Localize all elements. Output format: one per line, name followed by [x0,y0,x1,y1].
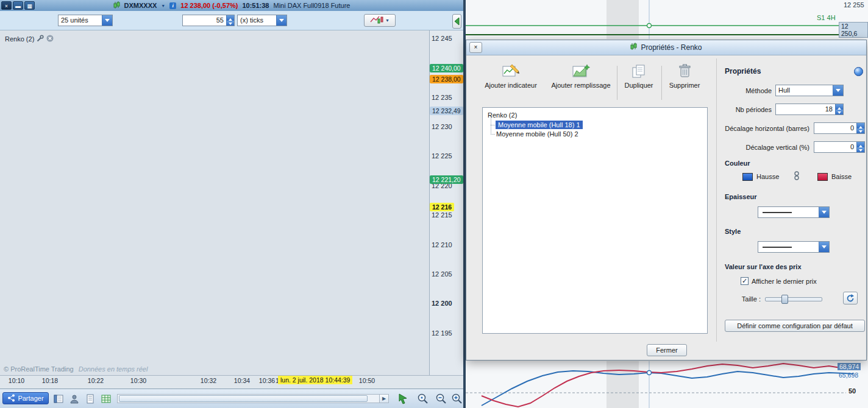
spin-down-icon[interactable] [226,21,234,26]
add-indicator-button[interactable]: Ajouter indicateur [482,63,540,100]
chevron-down-icon[interactable] [819,207,829,217]
symbol-dropdown-icon[interactable]: ▼ [161,4,165,8]
reset-size-button[interactable] [843,292,858,304]
taille-label: Taille : [742,295,761,303]
scrollbar-thumb[interactable] [119,395,368,402]
oscillator-level-label: 50 [848,387,856,395]
offset-v-stepper[interactable]: 0 [814,141,865,153]
orderbook-icon[interactable] [52,393,65,405]
help-icon[interactable] [854,67,863,76]
taille-slider[interactable] [765,297,822,301]
time-axis-label: 10:32 [195,377,222,384]
fermer-button[interactable]: Fermer [647,344,687,356]
spin-down-icon[interactable] [856,128,864,134]
chevron-down-icon[interactable] [833,85,843,96]
dialog-title: Propriétés - Renko [641,43,702,52]
price-axis[interactable] [429,30,463,375]
units-select[interactable]: 25 unités [58,15,113,26]
hausse-color-swatch[interactable] [742,173,753,181]
offset-h-stepper[interactable]: 0 [814,122,865,134]
watermark: © ProRealTime TradingDonnées en temps ré… [4,365,148,373]
chevron-down-icon[interactable] [276,15,286,26]
chart-toolbar: 25 unités 55 (x) ticks ▼ [0,11,463,30]
time-axis-labels: 10:1010:1810:2210:3010:3210:3410:36110:5… [1,377,429,387]
close-icon[interactable] [46,35,54,43]
chevron-down-icon[interactable] [819,242,829,252]
toolbar-separator [661,66,662,100]
data-table-icon[interactable] [100,393,112,405]
top-right-chart-area [465,0,868,39]
spin-down-icon[interactable] [835,110,843,115]
line-style-sample [763,247,792,248]
methode-select[interactable]: Hull [775,85,844,96]
spin-up-icon[interactable] [856,142,864,147]
bar-unit-select[interactable]: (x) ticks [237,15,287,26]
spin-down-icon[interactable] [856,147,864,153]
dialog-close-icon[interactable]: × [469,42,482,53]
duplicate-button[interactable]: Dupliquer [620,63,658,100]
duplicate-icon [631,63,647,79]
instrument-name: Mini DAX Full0918 Future [274,2,350,9]
tree-item-hull18[interactable]: Moyenne mobile (Hull 18) 1 [496,121,583,129]
add-fill-button[interactable]: Ajouter remplissage [549,63,613,100]
style-label: Style [725,228,741,235]
link-colors-icon[interactable] [793,171,800,184]
style-select[interactable] [758,241,830,253]
chart-type-button[interactable]: ▼ [364,14,396,27]
chart-window: × ▬ ▦ DXMXXXX ▼ i 12 238,00 (-0,57%) 10:… [0,0,463,408]
offset-h-value: 0 [850,124,854,132]
oscillator-value-label: 65,698 [839,371,858,379]
add-indicator-icon [502,63,520,79]
couleur-label: Couleur [725,160,750,167]
time-axis-label: 10:34 [229,377,255,384]
undo-icon [845,294,855,303]
trader-icon[interactable] [68,393,80,405]
wrench-icon[interactable] [37,35,44,43]
toolbar-separator [617,66,617,100]
indicator-chip-label: Renko (2) [5,35,34,43]
periods-stepper[interactable]: 18 [775,104,844,115]
epaisseur-select[interactable] [758,206,830,218]
zoom-out-icon[interactable] [435,393,447,405]
delete-label: Supprimer [669,82,700,89]
bottom-toolbar: Partager ▶ [0,389,463,408]
chart-plot-area[interactable] [1,30,429,375]
chevron-down-icon[interactable] [102,15,112,26]
trash-icon [677,63,692,79]
side-panel-handle[interactable] [452,14,461,29]
copyright-text: © ProRealTime Trading [4,365,74,373]
info-icon[interactable]: i [169,2,176,9]
baisse-color-swatch[interactable] [817,173,828,181]
delete-button[interactable]: Supprimer [665,63,704,100]
spin-up-icon[interactable] [835,104,843,110]
slider-thumb[interactable] [781,295,788,304]
offset-h-label: Décalage horizontal (barres) [725,125,809,132]
horizontal-scrollbar[interactable]: ▶ [117,394,389,403]
properties-header: Propriétés [725,67,761,76]
zoom-in-icon[interactable] [451,393,463,405]
set-default-button[interactable]: Définir comme configuration par défaut [725,320,865,332]
scroll-right-icon[interactable]: ▶ [379,395,388,403]
spin-up-icon[interactable] [856,123,864,128]
time-axis-label: 10:22 [82,377,109,384]
tree-item-renko[interactable]: Renko (2) [488,111,517,119]
bar-unit-value: (x) ticks [240,16,263,24]
spin-up-icon[interactable] [226,15,234,21]
clock: 10:51:38 [242,2,269,9]
add-fill-icon [572,63,590,79]
dialog-titlebar[interactable]: Propriétés - Renko [466,40,866,55]
grip-icon [454,16,460,26]
share-button[interactable]: Partager [2,392,49,404]
axis-section-label: Valeur sur l'axe des prix [725,263,802,270]
tree-line [491,116,491,135]
indicator-tree[interactable]: Renko (2) Moyenne mobile (Hull 18) 1 Moy… [482,107,708,334]
symbol-selector[interactable]: DXMXXXX [124,2,157,9]
zoom-reset-icon[interactable] [417,393,429,405]
notes-icon[interactable] [84,393,96,405]
tree-item-hull50[interactable]: Moyenne mobile (Hull 50) 2 [496,130,578,138]
bar-size-stepper[interactable]: 55 [182,15,235,26]
properties-dialog: Propriétés - Renko × Ajouter indicateur … [466,40,867,361]
show-last-price-checkbox[interactable]: ✓ [741,277,749,285]
chart-cursor-icon[interactable] [397,393,410,405]
show-last-price-label: Afficher le dernier prix [752,278,817,285]
